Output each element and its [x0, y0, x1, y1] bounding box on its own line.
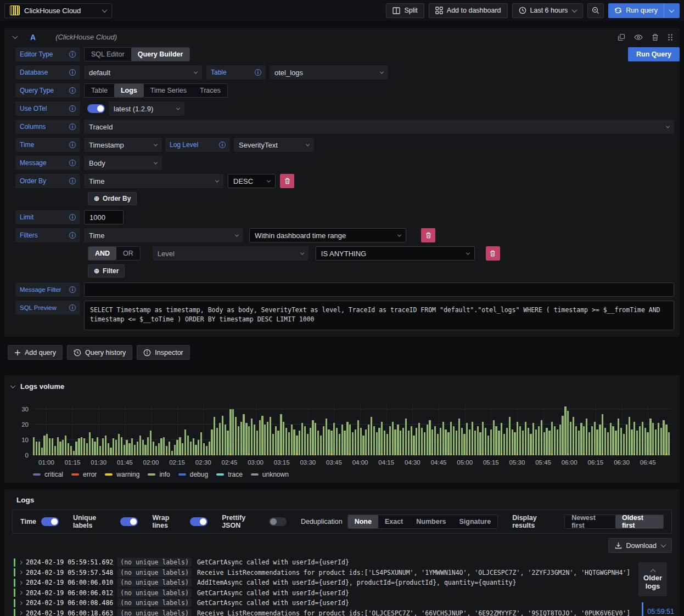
option-oldest-first[interactable]: Oldest first — [615, 515, 663, 528]
query-history-button[interactable]: Query history — [67, 345, 132, 360]
option-time-series[interactable]: Time Series — [144, 84, 193, 97]
time-column-select[interactable]: Timestamp — [84, 138, 162, 152]
prettify-json-toggle[interactable] — [269, 517, 287, 526]
zoom-out-button[interactable] — [587, 3, 604, 18]
time-range-picker[interactable]: Last 6 hours — [512, 3, 584, 18]
datasource-picker[interactable]: ClickHouse Cloud — [4, 3, 112, 18]
option-table[interactable]: Table — [85, 84, 114, 97]
volume-bar — [238, 405, 239, 455]
log-row[interactable]: 2024-02-19 05:59:51.692(no unique labels… — [14, 557, 676, 568]
legend-item-warning[interactable]: warning — [105, 471, 139, 478]
legend-item-critical[interactable]: critical — [33, 471, 63, 478]
duplicate-query-icon[interactable] — [618, 33, 625, 41]
info-icon[interactable]: i — [69, 214, 76, 221]
logs-volume-header[interactable]: Logs volume — [11, 381, 673, 392]
option-logs[interactable]: Logs — [114, 84, 144, 97]
drag-handle-icon[interactable] — [668, 33, 673, 41]
query-ref-id[interactable]: A — [30, 33, 36, 42]
info-icon[interactable]: i — [69, 304, 76, 311]
filter-field-select[interactable]: Time — [84, 228, 243, 242]
info-icon[interactable]: i — [69, 286, 76, 293]
columns-multiselect[interactable]: TraceId — [84, 120, 674, 134]
option-newest-first[interactable]: Newest first — [565, 515, 615, 528]
volume-bar — [461, 405, 463, 455]
info-icon[interactable]: i — [69, 178, 76, 184]
option-traces[interactable]: Traces — [193, 84, 227, 97]
legend-item-unknown[interactable]: unknown — [251, 471, 289, 478]
info-icon[interactable]: i — [69, 232, 76, 239]
time-label: Timei — [15, 138, 80, 152]
remove-filter2-button[interactable] — [486, 246, 500, 261]
legend-item-trace[interactable]: trace — [216, 471, 243, 478]
info-icon[interactable]: i — [69, 160, 76, 166]
database-select[interactable]: default — [84, 65, 202, 80]
run-query-inner-button[interactable]: Run Query — [628, 47, 680, 61]
option-query-builder[interactable]: Query Builder — [131, 48, 190, 61]
option-or[interactable]: OR — [116, 247, 140, 260]
log-row[interactable]: 2024-02-19 05:59:57.548(no unique labels… — [14, 568, 676, 578]
log-level-select[interactable]: SeverityText — [234, 138, 314, 152]
option-and[interactable]: AND — [88, 247, 116, 260]
table-select[interactable]: otel_logs — [270, 65, 388, 80]
volume-bar — [427, 405, 428, 455]
legend-item-error[interactable]: error — [71, 471, 97, 478]
expand-log-chevron-icon[interactable] — [19, 561, 23, 564]
hide-query-eye-icon[interactable] — [634, 34, 643, 41]
time-toggle[interactable] — [41, 517, 59, 526]
volume-bar — [240, 405, 242, 455]
filter2-operator-select[interactable]: IS ANYTHING — [316, 246, 475, 261]
limit-input[interactable]: 1000 — [84, 210, 124, 224]
option-dedup-none[interactable]: None — [348, 515, 378, 528]
expand-log-chevron-icon[interactable] — [19, 611, 23, 615]
option-dedup-exact[interactable]: Exact — [378, 515, 410, 528]
log-row[interactable]: 2024-02-19 06:00:06.010(no unique labels… — [14, 578, 676, 588]
order-by-row: Order Byi Time DESC — [15, 174, 674, 188]
collapse-query-chevron-icon[interactable] — [13, 33, 18, 39]
unique-labels-toggle[interactable] — [120, 517, 138, 526]
expand-log-chevron-icon[interactable] — [19, 601, 23, 605]
info-icon[interactable]: i — [69, 142, 76, 148]
expand-log-chevron-icon[interactable] — [19, 581, 23, 585]
info-icon[interactable]: i — [255, 69, 261, 76]
run-query-button[interactable]: Run query — [608, 3, 680, 18]
older-logs-button[interactable]: Older logs — [638, 562, 667, 596]
volume-bar — [214, 405, 215, 455]
filter2-field-select[interactable]: Level — [153, 246, 309, 261]
scroll-position-bar[interactable] — [642, 602, 643, 616]
message-filter-input[interactable] — [84, 282, 674, 297]
filter-operator-select[interactable]: Within dashboard time range — [249, 228, 406, 242]
remove-order-by-button[interactable] — [280, 174, 294, 188]
info-icon[interactable]: i — [69, 69, 76, 76]
use-otel-toggle[interactable] — [87, 104, 105, 113]
add-order-by-button[interactable]: ⊕ Order By — [88, 192, 137, 205]
add-to-dashboard-button[interactable]: Add to dashboard — [429, 3, 508, 18]
order-by-select[interactable]: Time — [84, 174, 223, 188]
add-filter-button[interactable]: ⊕ Filter — [88, 264, 125, 278]
option-dedup-numbers[interactable]: Numbers — [410, 515, 452, 528]
info-icon[interactable]: i — [219, 142, 226, 148]
expand-log-chevron-icon[interactable] — [19, 591, 23, 595]
add-query-button[interactable]: Add query — [8, 345, 63, 360]
wrap-lines-toggle[interactable] — [190, 517, 208, 526]
log-row[interactable]: 2024-02-19 06:00:06.012(no unique labels… — [14, 588, 676, 598]
info-icon[interactable]: i — [69, 51, 76, 58]
inspector-button[interactable]: Inspector — [137, 345, 189, 360]
order-direction-select[interactable]: DESC — [228, 174, 276, 188]
split-button[interactable]: Split — [386, 3, 424, 18]
legend-item-debug[interactable]: debug — [178, 471, 208, 478]
delete-query-trash-icon[interactable] — [652, 33, 659, 41]
otel-version-select[interactable]: latest (1.2.9) — [109, 101, 184, 116]
download-button[interactable]: Download — [608, 538, 672, 553]
info-icon[interactable]: i — [69, 87, 76, 94]
volume-bar — [94, 405, 96, 455]
message-column-select[interactable]: Body — [84, 156, 162, 170]
remove-filter-button[interactable] — [421, 228, 435, 242]
option-dedup-signature[interactable]: Signature — [452, 515, 497, 528]
log-row[interactable]: 2024-02-19 06:00:08.486(no unique labels… — [14, 598, 676, 608]
expand-log-chevron-icon[interactable] — [19, 570, 23, 574]
log-row[interactable]: 2024-02-19 06:00:18.663(no unique labels… — [14, 608, 676, 616]
option-sql-editor[interactable]: SQL Editor — [85, 48, 131, 61]
info-icon[interactable]: i — [69, 123, 76, 130]
legend-item-info[interactable]: info — [148, 471, 170, 478]
info-icon[interactable]: i — [69, 105, 76, 112]
